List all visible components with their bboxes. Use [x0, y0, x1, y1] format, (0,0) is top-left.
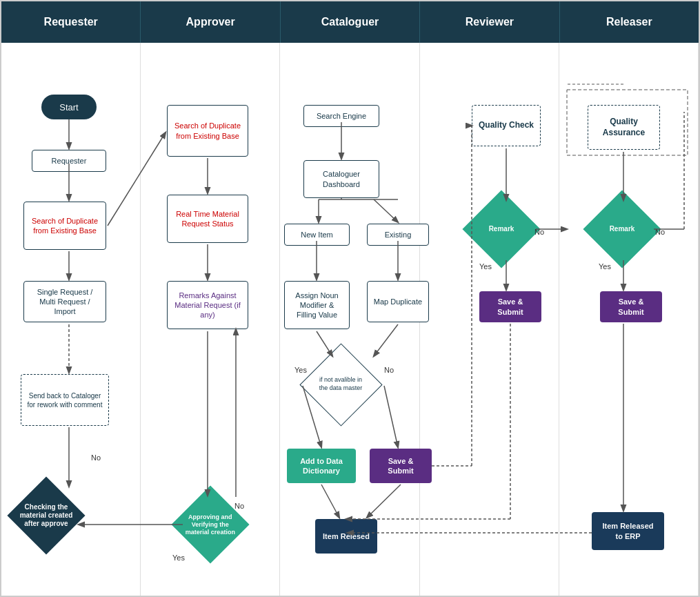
swimlanes: Start Requester Search of Duplicate from… [1, 43, 699, 597]
new-item-box: New Item [284, 224, 350, 246]
no-label-reviewer: No [534, 228, 544, 236]
start-node: Start [41, 95, 97, 119]
search-dup-req-box: Search of Duplicate from Existing Base [23, 202, 106, 250]
if-not-available-container: if not avalible in the data master [303, 357, 379, 412]
if-not-available-text: if not avalible in the data master [317, 376, 365, 392]
existing-box: Existing [367, 224, 429, 246]
header-row: Requester Approver Cataloguer Reviewer R… [1, 1, 699, 43]
checking-material-text: Checking the material created after appr… [19, 503, 74, 528]
cat-dashboard-text: Cataloguer Dashboard [310, 169, 373, 189]
no-label-releaser: No [655, 228, 665, 236]
save-submit-rel-button[interactable]: Save & Submit [600, 291, 662, 322]
cat-dashboard-box: Cataloguer Dashboard [303, 160, 379, 198]
item-released-erp-box: Item Released to ERP [592, 512, 664, 550]
quality-assurance-box: Quality Assurance [588, 105, 660, 150]
quality-check-text: Quality Check [479, 120, 534, 131]
quality-assurance-text: Quality Assurance [594, 117, 654, 138]
remark-releaser-text: Remark [594, 225, 650, 233]
save-submit-rev-button[interactable]: Save & Submit [479, 291, 541, 322]
remarks-against-text: Remarks Against Material Request (if any… [173, 291, 242, 320]
search-dup-req-text: Search of Duplicate from Existing Base [30, 216, 100, 236]
header-requester: Requester [1, 1, 141, 43]
add-to-dict-button[interactable]: Add to Data Dictionary [287, 449, 356, 483]
assign-noun-text: Assign Noun Modifier & Filling Value [290, 291, 343, 320]
header-cataloguer: Cataloguer [281, 1, 420, 43]
search-dup-app-text: Search of Duplicate from Existing Base [173, 121, 242, 141]
no-label-sendback: No [91, 453, 101, 462]
map-dup-box: Map Duplicate [367, 281, 429, 322]
map-dup-text: Map Duplicate [374, 297, 422, 306]
quality-check-box: Quality Check [472, 105, 541, 146]
single-multi-text: Single Request / Multi Request / Import [30, 287, 100, 317]
real-time-box: Real Time Material Request Status [167, 195, 248, 243]
remarks-against-box: Remarks Against Material Request (if any… [167, 281, 248, 329]
send-back-text: Send back to Cataloger for rework with c… [27, 391, 103, 409]
yes-label-reviewer: Yes [479, 262, 492, 271]
approving-text: Approving and Verifying the material cre… [183, 513, 238, 536]
single-multi-box: Single Request / Multi Request / Import [23, 281, 106, 322]
search-engine-box: Search Engine [303, 105, 379, 127]
header-releaser: Releaser [560, 1, 699, 43]
yes-label-approving: Yes [172, 554, 185, 562]
header-reviewer: Reviewer [420, 1, 559, 43]
send-back-box: Send back to Cataloger for rework with c… [21, 374, 109, 426]
yes-label-releaser: Yes [599, 262, 611, 271]
search-dup-app-box: Search of Duplicate from Existing Base [167, 105, 248, 157]
item-released-cat-box: Item Relesed [315, 519, 377, 554]
header-approver: Approver [141, 1, 280, 43]
diagram-container: Requester Approver Cataloguer Reviewer R… [0, 0, 700, 597]
no-label-data-master: No [384, 366, 394, 374]
requester-box: Requester [32, 150, 106, 172]
save-submit-cat-button[interactable]: Save & Submit [370, 449, 432, 483]
remark-reviewer-text: Remark [474, 225, 529, 233]
no-label-approving: No [234, 502, 244, 510]
assign-noun-box: Assign Noun Modifier & Filling Value [284, 281, 350, 329]
real-time-text: Real Time Material Request Status [173, 209, 242, 229]
